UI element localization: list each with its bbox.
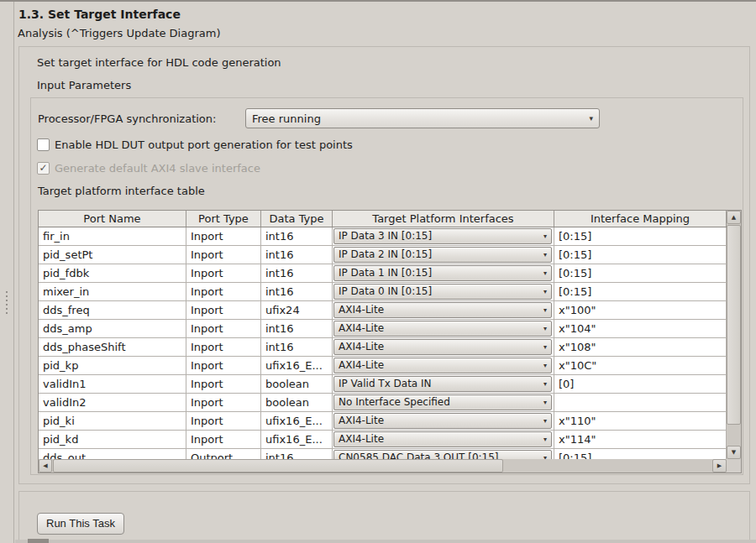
cell-port-name[interactable]: pid_kp bbox=[39, 357, 186, 375]
cell-port-type[interactable]: Inport bbox=[186, 227, 261, 246]
cell-interface-mapping[interactable]: x"108" bbox=[554, 338, 727, 357]
cell-target-interface: AXI4-Lite ▾ bbox=[333, 412, 554, 431]
splitter-grip-icon[interactable] bbox=[5, 289, 8, 316]
cell-port-name[interactable]: pid_kd bbox=[39, 431, 186, 449]
dropdown-arrow-icon: ▾ bbox=[543, 264, 551, 282]
vertical-scrollbar-thumb[interactable] bbox=[727, 225, 741, 425]
cell-interface-mapping[interactable]: x"10C" bbox=[554, 357, 727, 375]
cell-port-name[interactable]: mixer_in bbox=[39, 283, 186, 301]
vertical-scrollbar[interactable]: ▲ ▼ bbox=[727, 211, 741, 459]
cell-port-type[interactable]: Inport bbox=[186, 338, 261, 357]
cell-port-name[interactable]: pid_fdbk bbox=[39, 264, 186, 283]
cell-port-name[interactable]: dds_out bbox=[39, 449, 186, 459]
column-header-data-type[interactable]: Data Type bbox=[261, 211, 333, 227]
cell-data-type[interactable]: boolean bbox=[261, 375, 333, 394]
table-row: pid_fdbk Inport int16 IP Data 1 IN [0:15… bbox=[39, 264, 727, 283]
cell-port-type[interactable]: Inport bbox=[186, 264, 261, 283]
cell-interface-mapping[interactable]: [0:15] bbox=[554, 227, 727, 246]
column-header-target-interfaces[interactable]: Target Platform Interfaces bbox=[333, 211, 554, 227]
sync-dropdown-label: Processor/FPGA synchronization: bbox=[38, 112, 216, 125]
cell-port-name[interactable]: validIn2 bbox=[39, 394, 186, 412]
interface-dropdown[interactable]: AXI4-Lite ▾ bbox=[333, 302, 552, 318]
horizontal-scrollbar[interactable]: ◀ ▶ bbox=[39, 459, 727, 473]
cell-port-name[interactable]: validIn1 bbox=[39, 375, 186, 394]
cell-port-name[interactable]: pid_setPt bbox=[39, 246, 186, 264]
interface-dropdown-value: IP Data 2 IN [0:15] bbox=[334, 246, 543, 264]
cell-port-type[interactable]: Inport bbox=[186, 320, 261, 338]
table-row: dds_amp Inport int16 AXI4-Lite ▾ x"104" bbox=[39, 320, 727, 338]
scroll-down-icon[interactable]: ▼ bbox=[727, 446, 741, 459]
cell-data-type[interactable]: int16 bbox=[261, 264, 333, 283]
cell-data-type[interactable]: ufix24 bbox=[261, 301, 333, 320]
cell-interface-mapping[interactable]: x"114" bbox=[554, 431, 727, 449]
interface-dropdown[interactable]: IP Data 2 IN [0:15] ▾ bbox=[333, 247, 552, 263]
column-header-port-type[interactable]: Port Type bbox=[186, 211, 261, 227]
cell-data-type[interactable]: int16 bbox=[261, 283, 333, 301]
cell-data-type[interactable]: int16 bbox=[261, 449, 333, 459]
interface-dropdown[interactable]: IP Data 3 IN [0:15] ▾ bbox=[333, 228, 552, 244]
cell-data-type[interactable]: int16 bbox=[261, 338, 333, 357]
interface-dropdown[interactable]: AXI4-Lite ▾ bbox=[333, 431, 552, 447]
cell-port-name[interactable]: pid_ki bbox=[39, 412, 186, 431]
interface-dropdown[interactable]: IP Data 0 IN [0:15] ▾ bbox=[333, 284, 552, 300]
run-this-task-button[interactable]: Run This Task bbox=[37, 513, 124, 535]
bottom-panel-edge bbox=[15, 540, 756, 543]
interface-dropdown[interactable]: AXI4-Lite ▾ bbox=[333, 339, 552, 355]
cell-port-type[interactable]: Outport bbox=[186, 449, 261, 459]
cell-data-type[interactable]: ufix16_E... bbox=[261, 412, 333, 431]
interface-dropdown[interactable]: AXI4-Lite ▾ bbox=[333, 413, 552, 429]
interface-dropdown[interactable]: IP Data 1 IN [0:15] ▾ bbox=[333, 265, 552, 281]
cell-data-type[interactable]: int16 bbox=[261, 320, 333, 338]
cell-port-type[interactable]: Inport bbox=[186, 357, 261, 375]
scroll-right-icon[interactable]: ▶ bbox=[712, 459, 727, 473]
cell-interface-mapping[interactable]: [0:15] bbox=[554, 246, 727, 264]
scroll-left-icon[interactable]: ◀ bbox=[39, 459, 52, 473]
window-top-edge bbox=[0, 0, 756, 2]
cell-port-name[interactable]: dds_amp bbox=[39, 320, 186, 338]
horizontal-scrollbar-thumb[interactable] bbox=[53, 459, 503, 473]
cell-interface-mapping[interactable]: x"100" bbox=[554, 301, 727, 320]
cell-interface-mapping[interactable]: [0] bbox=[554, 375, 727, 394]
cell-port-type[interactable]: Inport bbox=[186, 412, 261, 431]
scroll-up-icon[interactable]: ▲ bbox=[727, 211, 741, 224]
cell-data-type[interactable]: int16 bbox=[261, 227, 333, 246]
interface-dropdown[interactable]: IP Valid Tx Data IN ▾ bbox=[333, 376, 552, 392]
cell-port-name[interactable]: dds_freq bbox=[39, 301, 186, 320]
cell-target-interface: AXI4-Lite ▾ bbox=[333, 431, 554, 449]
cell-data-type[interactable]: ufix16_E... bbox=[261, 431, 333, 449]
dropdown-arrow-icon: ▾ bbox=[543, 375, 551, 393]
cell-port-type[interactable]: Inport bbox=[186, 246, 261, 264]
cell-target-interface: AXI4-Lite ▾ bbox=[333, 357, 554, 375]
bottom-scrollbar-fragment bbox=[28, 539, 49, 543]
dropdown-arrow-icon: ▾ bbox=[543, 301, 551, 319]
pane-splitter[interactable] bbox=[13, 2, 14, 543]
cell-interface-mapping[interactable]: [0:15] bbox=[554, 264, 727, 283]
interface-dropdown[interactable]: CN0585 DAC Data 3 OUT [0:15] ▾ bbox=[333, 450, 552, 459]
cell-port-type[interactable]: Inport bbox=[186, 283, 261, 301]
input-parameters-group: Processor/FPGA synchronization: Free run… bbox=[30, 97, 743, 475]
cell-port-name[interactable]: dds_phaseShift bbox=[39, 338, 186, 357]
interface-dropdown[interactable]: AXI4-Lite ▾ bbox=[333, 358, 552, 373]
cell-interface-mapping[interactable]: [0:15] bbox=[554, 449, 727, 459]
cell-port-type[interactable]: Inport bbox=[186, 394, 261, 412]
cell-data-type[interactable]: ufix16_E... bbox=[261, 357, 333, 375]
interface-dropdown-value: IP Valid Tx Data IN bbox=[334, 375, 543, 393]
cell-port-type[interactable]: Inport bbox=[186, 301, 261, 320]
interface-dropdown[interactable]: AXI4-Lite ▾ bbox=[333, 321, 552, 337]
interface-dropdown[interactable]: No Interface Specified ▾ bbox=[333, 394, 552, 410]
column-header-interface-mapping[interactable]: Interface Mapping bbox=[554, 211, 727, 227]
sync-dropdown[interactable]: Free running ▾ bbox=[245, 108, 600, 128]
cell-interface-mapping[interactable]: x"110" bbox=[554, 412, 727, 431]
cell-data-type[interactable]: int16 bbox=[261, 246, 333, 264]
task-panel: Set target interface for HDL code genera… bbox=[18, 46, 750, 484]
interface-dropdown-value: CN0585 DAC Data 3 OUT [0:15] bbox=[334, 449, 543, 459]
cell-interface-mapping[interactable]: x"104" bbox=[554, 320, 727, 338]
test-points-checkbox[interactable] bbox=[37, 138, 50, 151]
cell-data-type[interactable]: boolean bbox=[261, 394, 333, 412]
cell-port-type[interactable]: Inport bbox=[186, 431, 261, 449]
cell-interface-mapping[interactable] bbox=[554, 394, 727, 412]
cell-interface-mapping[interactable]: [0:15] bbox=[554, 283, 727, 301]
cell-port-type[interactable]: Inport bbox=[186, 375, 261, 394]
cell-port-name[interactable]: fir_in bbox=[39, 227, 186, 246]
column-header-port-name[interactable]: Port Name bbox=[39, 211, 186, 227]
